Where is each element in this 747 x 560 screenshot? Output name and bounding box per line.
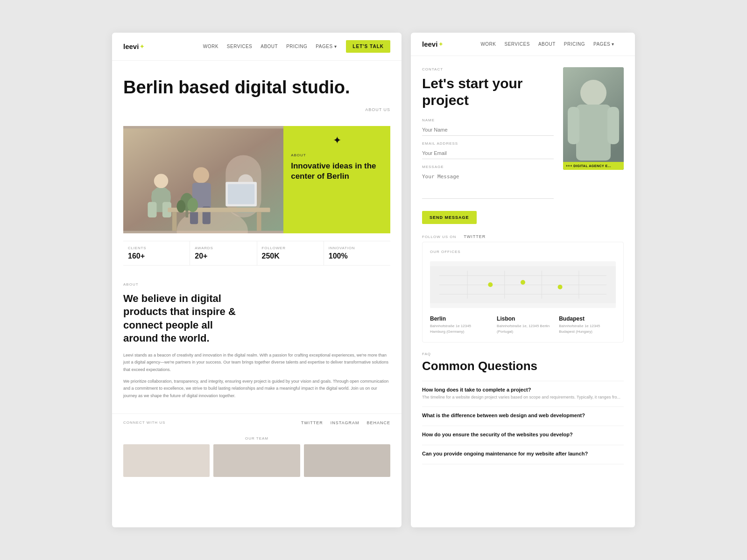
nav-services[interactable]: SERVICES xyxy=(227,44,252,49)
message-field: MESSAGE xyxy=(422,165,554,201)
nav-pricing[interactable]: PRICING xyxy=(286,44,307,49)
office-berlin: Berlin Bahnhofstraße 1e 12345 Hamburg (G… xyxy=(430,315,487,335)
stat-follower: FOLLOWER 250K xyxy=(257,241,324,265)
faq-item-1[interactable]: How long does it take to complete a proj… xyxy=(422,381,624,407)
contact-tag: CONTACT xyxy=(422,67,554,71)
faq-question-3: How do you ensure the security of the we… xyxy=(422,432,624,437)
office-lisbon-addr: Bahnhofstraße 1e, 12345 Berlin (Portugal… xyxy=(497,323,550,335)
stat-clients-label: CLIENTS xyxy=(128,246,146,250)
faq-answer-1: The timeline for a website design projec… xyxy=(422,394,624,401)
lets-talk-button[interactable]: LET'S TALK xyxy=(346,40,390,53)
svg-rect-27 xyxy=(576,105,611,161)
team-photo-3 xyxy=(304,444,390,477)
nav-links-left: WORK SERVICES ABOUT PRICING PAGES ▾ xyxy=(203,44,337,49)
about-section: ABOUT We believe in digital products tha… xyxy=(112,273,402,413)
svg-point-38 xyxy=(488,282,493,287)
right-nav: leevi ✦ WORK SERVICES ABOUT PRICING PAGE… xyxy=(411,33,635,56)
about-body-1: Leevi stands as a beacon of creativity a… xyxy=(123,352,390,373)
nav-about[interactable]: ABOUT xyxy=(261,44,278,49)
svg-rect-36 xyxy=(542,271,542,299)
stat-awards-value: 20+ xyxy=(195,252,207,260)
connect-twitter[interactable]: TWITTER xyxy=(301,420,323,425)
left-card: leevi ✦ WORK SERVICES ABOUT PRICING PAGE… xyxy=(112,33,402,527)
message-label: MESSAGE xyxy=(422,165,554,169)
logo-right[interactable]: leevi ✦ xyxy=(422,40,443,48)
nav-links-right: WORK SERVICES ABOUT PRICING PAGES ▾ xyxy=(480,42,614,47)
contact-form-area: CONTACT Let's start your project NAME EM… xyxy=(422,67,554,224)
svg-point-5 xyxy=(154,174,169,188)
stats-bar: CLIENTS 160+ AWARDS 20+ FOLLOWER 250K IN… xyxy=(123,241,390,266)
team-photo-2 xyxy=(213,444,300,477)
nav-right-about[interactable]: ABOUT xyxy=(538,42,556,47)
nav-right-pages[interactable]: PAGES ▾ xyxy=(593,42,614,47)
about-body-2: We prioritize collaboration, transparenc… xyxy=(123,378,390,399)
image-grid: ✦ ABOUT Innovative ideas in the center o… xyxy=(123,126,390,233)
svg-rect-28 xyxy=(568,107,579,144)
hero-image xyxy=(123,126,283,233)
faq-title: Common Questions xyxy=(422,359,624,373)
name-label: NAME xyxy=(422,118,554,122)
email-field: EMAIL ADDRESS xyxy=(422,141,554,159)
hero-title: Berlin based digital studio. xyxy=(123,77,390,98)
team-photos xyxy=(112,444,402,484)
stat-awards-label: AWARDS xyxy=(195,246,213,250)
office-budapest-addr: Bahnhofstraße 1e 12345 Budapest (Hungary… xyxy=(559,323,616,335)
stat-awards: AWARDS 20+ xyxy=(190,241,257,265)
send-message-button[interactable]: SEND MESSAGE xyxy=(422,211,477,224)
about-section-tag: ABOUT xyxy=(123,282,390,287)
office-budapest-city: Budapest xyxy=(559,315,616,322)
map-visual xyxy=(430,266,616,303)
contact-section: CONTACT Let's start your project NAME EM… xyxy=(411,56,635,231)
connect-label: CONNECT WITH US xyxy=(123,420,165,425)
connect-behance[interactable]: BEHANCE xyxy=(366,420,390,425)
nav-right-work[interactable]: WORK xyxy=(480,42,496,47)
svg-rect-29 xyxy=(607,107,619,144)
faq-list: How long does it take to complete a proj… xyxy=(422,381,624,464)
offices-list: Berlin Bahnhofstraße 1e 12345 Hamburg (G… xyxy=(430,315,616,335)
team-photo-1 xyxy=(123,444,210,477)
connect-instagram[interactable]: INSTAGRAM xyxy=(331,420,359,425)
name-field: NAME xyxy=(422,118,554,136)
email-input[interactable] xyxy=(422,147,554,159)
connect-links: TWITTER INSTAGRAM BEHANCE xyxy=(301,420,390,425)
faq-item-4[interactable]: Can you provide ongoing maintenance for … xyxy=(422,445,624,464)
svg-rect-16 xyxy=(172,212,177,231)
svg-rect-32 xyxy=(439,285,606,285)
offices-section: OUR OFFICES Berlin Bahnhofstraße 1e 1234… xyxy=(422,242,624,343)
office-berlin-addr: Bahnhofstraße 1e 12345 Hamburg (Germany) xyxy=(430,323,487,335)
faq-tag: FAQ xyxy=(422,352,624,356)
svg-rect-19 xyxy=(228,184,254,204)
faq-item-2[interactable]: What is the difference between web desig… xyxy=(422,407,624,426)
about-panel-tag: ABOUT xyxy=(291,153,306,157)
svg-point-23 xyxy=(187,198,198,212)
agency-badge: +++ DIGITAL AGENCY E... xyxy=(563,162,624,170)
follow-label: FOLLOW US ON xyxy=(422,235,456,239)
message-input[interactable] xyxy=(422,171,554,199)
svg-rect-17 xyxy=(257,212,261,231)
svg-point-39 xyxy=(521,280,525,285)
connect-section: CONNECT WITH US TWITTER INSTAGRAM BEHANC… xyxy=(112,413,402,432)
nav-pages[interactable]: PAGES ▾ xyxy=(316,44,337,49)
faq-item-3[interactable]: How do you ensure the security of the we… xyxy=(422,426,624,445)
svg-point-26 xyxy=(580,80,606,106)
faq-question-2: What is the difference between web desig… xyxy=(422,413,624,418)
nav-right-pricing[interactable]: PRICING xyxy=(564,42,585,47)
nav-right-services[interactable]: SERVICES xyxy=(504,42,529,47)
email-label: EMAIL ADDRESS xyxy=(422,141,554,146)
logo-text: leevi xyxy=(123,42,139,50)
stat-innovation-label: INNOVATION xyxy=(329,246,355,250)
hero-section: Berlin based digital studio. ABOUT US xyxy=(112,61,402,126)
follow-twitter[interactable]: TWITTER xyxy=(464,234,486,239)
faq-question-1: How long does it take to complete a proj… xyxy=(422,387,624,392)
about-panel-text: Innovative ideas in the center of Berlin xyxy=(291,161,383,182)
nav-work[interactable]: WORK xyxy=(203,44,218,49)
svg-rect-33 xyxy=(439,294,606,294)
offices-map xyxy=(430,261,616,308)
logo-left[interactable]: leevi ✦ xyxy=(123,42,144,50)
follow-bar: FOLLOW US ON TWITTER xyxy=(411,231,635,242)
svg-rect-37 xyxy=(578,271,579,299)
stat-innovation: INNOVATION 100% xyxy=(324,241,390,265)
office-budapest: Budapest Bahnhofstraße 1e 12345 Budapest… xyxy=(559,315,616,335)
svg-point-40 xyxy=(558,285,563,289)
name-input[interactable] xyxy=(422,124,554,136)
